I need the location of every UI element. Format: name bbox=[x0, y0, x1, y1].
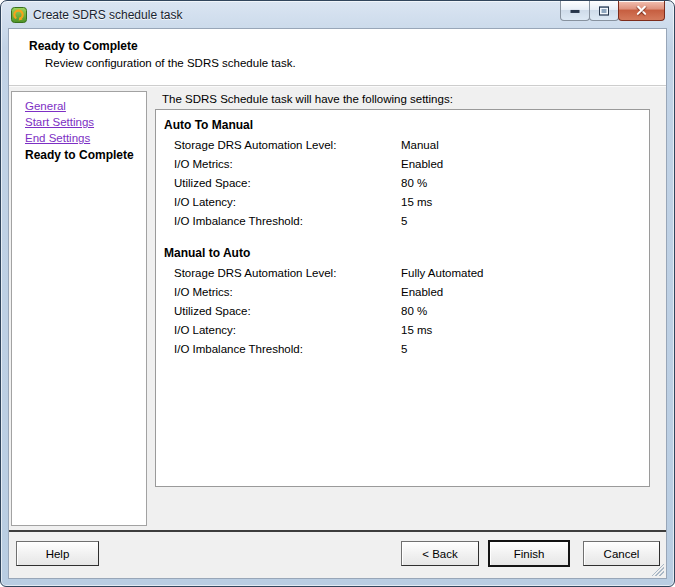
setting-value: 5 bbox=[401, 212, 407, 231]
vsphere-app-icon bbox=[11, 7, 27, 23]
sidebar-item-ready-to-complete: Ready to Complete bbox=[25, 147, 146, 163]
wizard-steps-panel: General Start Settings End Settings Read… bbox=[11, 91, 147, 526]
setting-label: I/O Imbalance Threshold: bbox=[174, 215, 303, 227]
setting-label: I/O Metrics: bbox=[174, 286, 233, 298]
setting-value: 80 % bbox=[401, 302, 427, 321]
resize-grip[interactable] bbox=[651, 563, 664, 576]
finish-button[interactable]: Finish bbox=[488, 540, 570, 567]
dialog-window: Create SDRS schedule task Ready to Compl… bbox=[0, 0, 675, 587]
titlebar[interactable]: Create SDRS schedule task bbox=[1, 1, 674, 28]
setting-label: Storage DRS Automation Level: bbox=[174, 139, 336, 151]
dialog-client-area: Ready to Complete Review configuration o… bbox=[8, 28, 667, 579]
setting-row: I/O Imbalance Threshold: 5 bbox=[156, 212, 649, 231]
setting-label: I/O Latency: bbox=[174, 324, 236, 336]
setting-row: Utilized Space: 80 % bbox=[156, 174, 649, 193]
setting-row: Storage DRS Automation Level: Fully Auto… bbox=[156, 264, 649, 283]
setting-label: Utilized Space: bbox=[174, 305, 251, 317]
wizard-body: General Start Settings End Settings Read… bbox=[9, 88, 666, 530]
section-manual-to-auto: Manual to Auto Storage DRS Automation Le… bbox=[156, 245, 649, 359]
window-title: Create SDRS schedule task bbox=[33, 8, 182, 22]
setting-value: Manual bbox=[401, 136, 439, 155]
setting-value: Enabled bbox=[401, 155, 443, 174]
help-button[interactable]: Help bbox=[16, 541, 99, 566]
restore-icon bbox=[599, 6, 609, 15]
section-title: Auto To Manual bbox=[156, 117, 649, 133]
sidebar-item-start-settings[interactable]: Start Settings bbox=[25, 114, 94, 130]
sidebar-item-general[interactable]: General bbox=[25, 98, 66, 114]
setting-value: 15 ms bbox=[401, 193, 432, 212]
setting-label: Utilized Space: bbox=[174, 177, 251, 189]
page-title: Ready to Complete bbox=[9, 29, 666, 53]
setting-label: I/O Latency: bbox=[174, 196, 236, 208]
dialog-footer: Help < Back Finish Cancel bbox=[9, 530, 666, 578]
restore-button[interactable] bbox=[589, 1, 619, 21]
setting-row: Storage DRS Automation Level: Manual bbox=[156, 136, 649, 155]
setting-value: 80 % bbox=[401, 174, 427, 193]
setting-row: I/O Latency: 15 ms bbox=[156, 193, 649, 212]
minimize-icon bbox=[571, 9, 580, 12]
setting-row: Utilized Space: 80 % bbox=[156, 302, 649, 321]
minimize-button[interactable] bbox=[560, 1, 590, 21]
setting-value: 15 ms bbox=[401, 321, 432, 340]
back-button[interactable]: < Back bbox=[401, 541, 479, 566]
cancel-button[interactable]: Cancel bbox=[583, 541, 660, 566]
caption-buttons bbox=[561, 1, 665, 21]
setting-value: Fully Automated bbox=[401, 264, 483, 283]
setting-row: I/O Metrics: Enabled bbox=[156, 283, 649, 302]
wizard-header: Ready to Complete Review configuration o… bbox=[9, 29, 666, 86]
section-title: Manual to Auto bbox=[156, 245, 649, 261]
setting-label: Storage DRS Automation Level: bbox=[174, 267, 336, 279]
setting-row: I/O Latency: 15 ms bbox=[156, 321, 649, 340]
setting-label: I/O Imbalance Threshold: bbox=[174, 343, 303, 355]
page-subtitle: Review configuration of the SDRS schedul… bbox=[9, 53, 666, 69]
sidebar-item-end-settings[interactable]: End Settings bbox=[25, 130, 90, 146]
section-auto-to-manual: Auto To Manual Storage DRS Automation Le… bbox=[156, 117, 649, 231]
settings-summary-panel: Auto To Manual Storage DRS Automation Le… bbox=[155, 109, 650, 487]
settings-summary-heading: The SDRS Schedule task will have the fol… bbox=[153, 88, 666, 108]
close-icon bbox=[636, 5, 647, 16]
summary-pane: The SDRS Schedule task will have the fol… bbox=[153, 88, 666, 530]
setting-label: I/O Metrics: bbox=[174, 158, 233, 170]
setting-row: I/O Metrics: Enabled bbox=[156, 155, 649, 174]
setting-value: Enabled bbox=[401, 283, 443, 302]
close-button[interactable] bbox=[618, 1, 665, 21]
setting-value: 5 bbox=[401, 340, 407, 359]
setting-row: I/O Imbalance Threshold: 5 bbox=[156, 340, 649, 359]
